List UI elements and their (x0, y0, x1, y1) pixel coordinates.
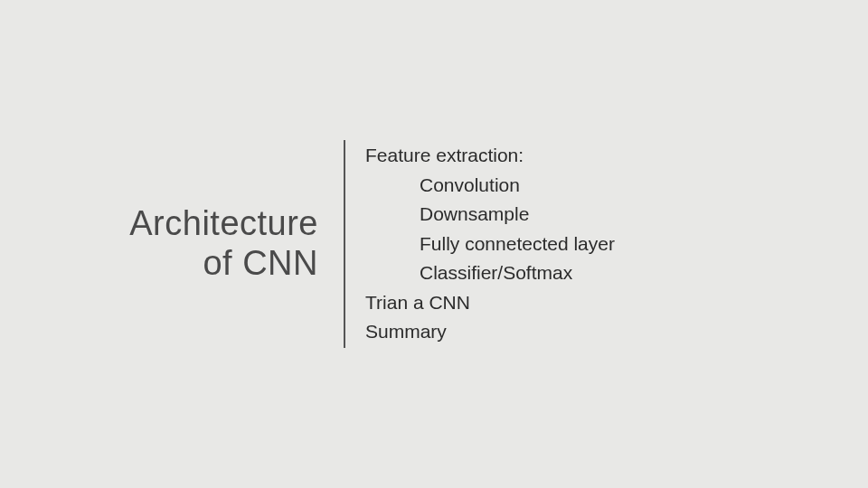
content-subitem: Downsample (365, 200, 814, 230)
title-line-2: of CNN (203, 244, 318, 282)
content-subitem: Classifier/Softmax (365, 258, 814, 288)
content-line: Trian a CNN (365, 288, 814, 318)
content-subitem: Fully connetected layer (365, 230, 814, 259)
title-line-1: Architecture (129, 204, 318, 242)
slide-title: Architecture of CNN (129, 204, 318, 283)
content-subitem: Convolution (365, 171, 814, 201)
title-pane: Architecture of CNN (54, 204, 344, 283)
content-pane: Feature extraction: Convolution Downsamp… (345, 141, 814, 347)
content-heading: Feature extraction: (365, 141, 814, 171)
content-line: Summary (365, 317, 814, 347)
slide-container: Architecture of CNN Feature extraction: … (0, 0, 868, 488)
